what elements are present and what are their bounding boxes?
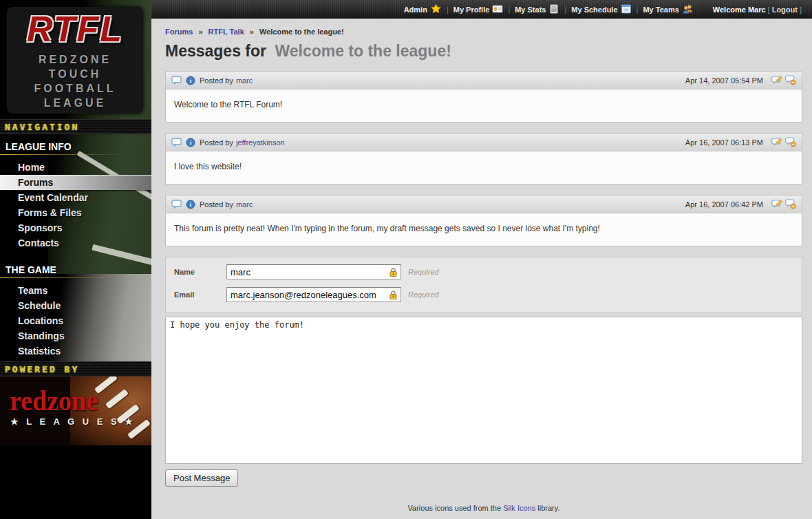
- comment-delete-icon[interactable]: [785, 199, 796, 209]
- name-input[interactable]: [226, 264, 401, 279]
- topbar-item-my-teams[interactable]: My Teams: [643, 3, 693, 16]
- comment-delete-icon[interactable]: [785, 75, 796, 85]
- required-label: Required: [408, 268, 439, 276]
- topbar-item-label: My Schedule: [571, 6, 617, 14]
- comment-edit-icon[interactable]: [771, 75, 782, 85]
- footer-credit-icons: Various icons used from the Silk Icons l…: [165, 504, 802, 513]
- logout-link[interactable]: Logout: [772, 6, 798, 14]
- author-link[interactable]: marc: [236, 76, 253, 85]
- sidebar-item-sponsors[interactable]: Sponsors: [0, 220, 151, 235]
- required-label: Required: [408, 290, 439, 299]
- footer: Various icons used from the Silk Icons l…: [165, 504, 802, 519]
- post-date: Apr 14, 2007 05:54 PM: [685, 76, 763, 85]
- lock-icon: [388, 290, 398, 300]
- calendar-icon: [621, 3, 632, 16]
- star-icon: [430, 3, 442, 16]
- topbar-separator: |: [508, 6, 510, 14]
- email-input[interactable]: [226, 287, 401, 302]
- post-date: Apr 16, 2007 06:42 PM: [685, 200, 763, 209]
- footer-text: Various icons used from the: [408, 504, 504, 512]
- email-row: Email Required: [174, 287, 793, 302]
- sidebar-item-event-calendar[interactable]: Event Calendar: [0, 190, 151, 205]
- sidebar-item-standings[interactable]: Standings: [0, 328, 151, 343]
- account-topbar: Admin | My Profile | My Stats | My Sched…: [151, 0, 812, 19]
- rtfl-logo-line: LEAGUE: [44, 96, 107, 110]
- post-message-button[interactable]: Post Message: [165, 469, 238, 487]
- breadcrumb-forums-link[interactable]: Forums: [165, 28, 193, 36]
- section-divider: [0, 154, 151, 155]
- breadcrumb-rtfl-talk-link[interactable]: RTFL Talk: [209, 28, 244, 36]
- breadcrumb: Forums » RTFL Talk » Welcome to the leag…: [165, 28, 802, 36]
- logout-bracket: [: [768, 6, 770, 14]
- page-title-topic: Welcome to the league!: [275, 42, 451, 60]
- message-body: Welcome to the RTFL Forum!: [166, 89, 802, 122]
- football-lace: [94, 377, 118, 394]
- reply-form: Name Required Email Required: [165, 257, 802, 313]
- message-textarea[interactable]: I hope you enjoy the forum!: [165, 317, 802, 464]
- breadcrumb-separator: »: [250, 28, 254, 36]
- logout-bracket: ]: [800, 6, 802, 14]
- sidebar-item-forms-files[interactable]: Forms & Files: [0, 205, 151, 220]
- author-link[interactable]: marc: [236, 200, 253, 209]
- section-title-league-info: LEAGUE INFO: [0, 134, 151, 154]
- comment-icon: [171, 138, 182, 147]
- rtfl-logo-acronym: RTFL: [27, 11, 123, 47]
- silk-icons-link[interactable]: Silk Icons: [503, 504, 535, 512]
- comment-icon: [171, 200, 182, 209]
- sidebar-item-forums[interactable]: Forums: [0, 175, 151, 190]
- page-title-prefix: Messages for: [165, 42, 266, 60]
- message-body: I love this website!: [166, 151, 802, 184]
- posted-by-label: Posted by: [200, 76, 233, 85]
- name-label: Name: [174, 268, 226, 276]
- welcome-user-text: Welcome Marc: [713, 6, 766, 14]
- sidebar-item-home[interactable]: Home: [0, 160, 151, 175]
- posted-by-label: Posted by: [200, 138, 233, 147]
- message-post: i Posted by marc Apr 14, 2007 05:54 PM W…: [165, 71, 802, 123]
- name-row: Name Required: [174, 264, 793, 279]
- redzone-leagues-logo[interactable]: redzone ★ L E A G U E S ★: [0, 377, 151, 445]
- lock-icon: [388, 267, 398, 277]
- comment-edit-icon[interactable]: [771, 199, 782, 209]
- topbar-item-my-stats[interactable]: My Stats: [515, 3, 559, 16]
- message-header: i Posted by marc Apr 16, 2007 06:42 PM: [166, 195, 802, 213]
- comment-icon: [171, 76, 182, 85]
- message-header: i Posted by jeffreyatkinson Apr 16, 2007…: [166, 134, 802, 151]
- main-content: Forums » RTFL Talk » Welcome to the leag…: [151, 19, 812, 519]
- topbar-separator: |: [637, 6, 639, 14]
- topbar-item-label: Admin: [404, 6, 427, 14]
- football-lace: [105, 389, 129, 409]
- vcard-icon: [492, 3, 503, 16]
- sidebar-item-schedule[interactable]: Schedule: [0, 298, 151, 313]
- rtfl-logo[interactable]: RTFL REDZONE TOUCH FOOTBALL LEAGUE: [7, 7, 143, 114]
- comment-delete-icon[interactable]: [785, 137, 796, 147]
- group-icon: [682, 3, 694, 16]
- sidebar-item-contacts[interactable]: Contacts: [0, 235, 151, 251]
- topbar-item-label: My Stats: [515, 6, 546, 14]
- author-link[interactable]: jeffreyatkinson: [236, 138, 285, 147]
- rtfl-logo-line: REDZONE: [39, 52, 111, 67]
- email-label: Email: [174, 290, 226, 299]
- info-icon: i: [186, 76, 195, 85]
- topbar-item-my-profile[interactable]: My Profile: [453, 3, 504, 16]
- info-icon: i: [186, 138, 195, 147]
- rtfl-logo-line: TOUCH: [49, 67, 102, 81]
- topbar-item-admin[interactable]: Admin: [404, 3, 442, 16]
- info-icon: i: [186, 200, 195, 209]
- message-post: i Posted by marc Apr 16, 2007 06:42 PM T…: [165, 195, 802, 246]
- message-body: This forum is pretty neat! When I'm typi…: [166, 213, 802, 246]
- message-header: i Posted by marc Apr 14, 2007 05:54 PM: [166, 72, 802, 89]
- posted-by-label: Posted by: [200, 200, 233, 209]
- rtfl-logo-line: FOOTBALL: [34, 81, 116, 96]
- sidebar-item-statistics[interactable]: Statistics: [0, 343, 151, 359]
- topbar-item-my-schedule[interactable]: My Schedule: [571, 3, 631, 16]
- sidebar-item-teams[interactable]: Teams: [0, 283, 151, 298]
- topbar-item-label: My Profile: [453, 6, 490, 14]
- page-title: Messages for Welcome to the league!: [165, 42, 802, 61]
- breadcrumb-current: Welcome to the league!: [259, 28, 344, 36]
- topbar-item-label: My Teams: [643, 6, 679, 14]
- redzone-leagues-text: ★ L E A G U E S ★: [10, 416, 136, 427]
- sidebar-item-locations[interactable]: Locations: [0, 313, 151, 328]
- sidebar: RTFL REDZONE TOUCH FOOTBALL LEAGUE NAVIG…: [0, 0, 151, 519]
- redzone-brand-text: redzone: [10, 383, 98, 416]
- comment-edit-icon[interactable]: [771, 137, 782, 147]
